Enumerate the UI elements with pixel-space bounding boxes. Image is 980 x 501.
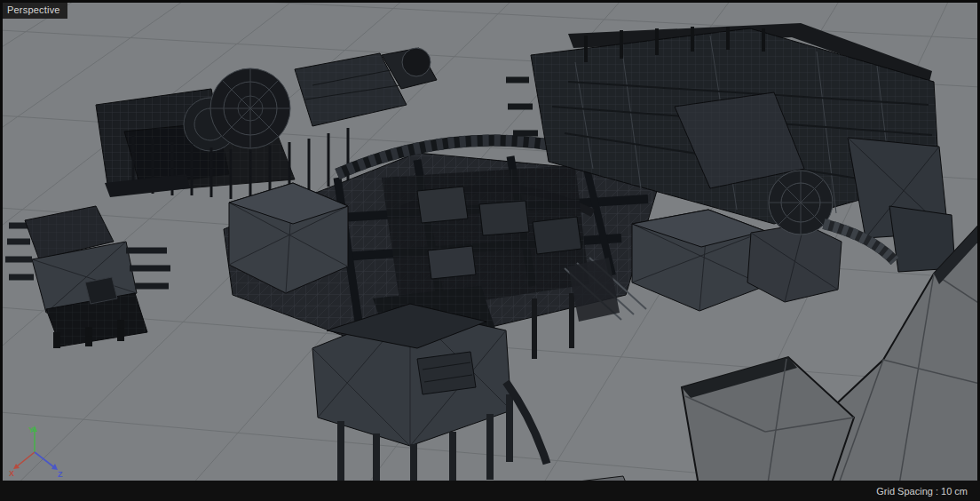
viewport-frame: Perspective Y X Z Grid Spacing : 10 cm (0, 0, 980, 501)
axis-z-line (35, 452, 54, 467)
mesh-left-module[interactable] (5, 206, 170, 348)
axis-x-label: X (9, 469, 14, 478)
axis-y-label: Y (28, 425, 34, 434)
viewport-camera-label[interactable]: Perspective (3, 3, 67, 19)
axis-gizmo: Y X Z (8, 422, 65, 479)
gear-wheel[interactable] (402, 48, 431, 76)
grid-spacing-label: Grid Spacing : 10 cm (876, 486, 968, 497)
scene-canvas[interactable] (3, 3, 977, 481)
axis-x-line (17, 452, 35, 466)
3d-viewport[interactable]: Perspective Y X Z (3, 3, 977, 481)
status-bar: Grid Spacing : 10 cm (0, 481, 980, 501)
axis-z-label: Z (58, 470, 63, 479)
